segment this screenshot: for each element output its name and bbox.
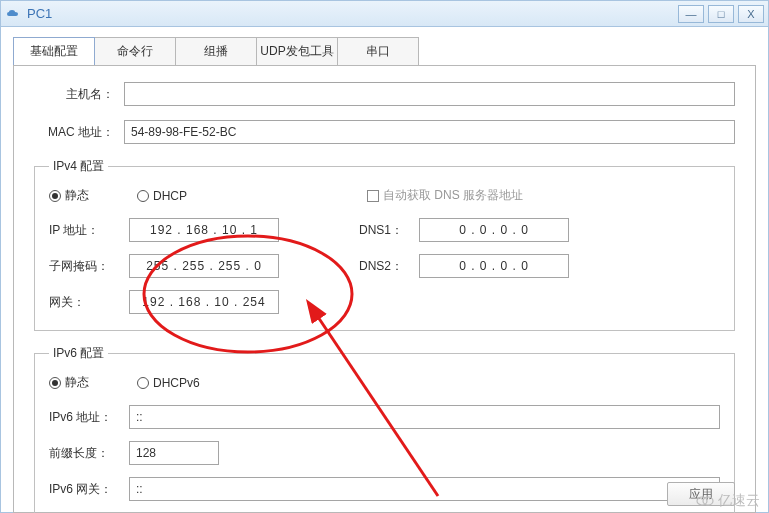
- ipv4-static-radio[interactable]: 静态: [49, 187, 89, 204]
- tab-serial[interactable]: 串口: [337, 37, 419, 65]
- mac-input[interactable]: 54-89-98-FE-52-BC: [124, 120, 735, 144]
- hostname-input[interactable]: [124, 82, 735, 106]
- mask-input[interactable]: 255 . 255 . 255 . 0: [129, 254, 279, 278]
- ipv4-autodns-label: 自动获取 DNS 服务器地址: [383, 187, 523, 204]
- app-icon: [5, 6, 21, 22]
- ipv6-static-label: 静态: [65, 374, 89, 391]
- ipv6-dhcp-label: DHCPv6: [153, 376, 200, 390]
- apply-button[interactable]: 应用: [667, 482, 735, 506]
- ip-label: IP 地址：: [49, 222, 129, 239]
- ipv6-static-radio[interactable]: 静态: [49, 374, 89, 391]
- ipv6-prefix-label: 前缀长度：: [49, 445, 129, 462]
- hostname-label: 主机名：: [34, 86, 124, 103]
- dns2-label: DNS2：: [359, 258, 419, 275]
- content-panel: 主机名： MAC 地址： 54-89-98-FE-52-BC IPv4 配置 静…: [13, 65, 756, 513]
- ipv4-fieldset: IPv4 配置 静态 DHCP 自动获取 DNS 服务器地址 IP 地址：: [34, 158, 735, 331]
- ipv4-dhcp-radio[interactable]: DHCP: [137, 189, 187, 203]
- ipv6-gw-input[interactable]: ::: [129, 477, 720, 501]
- radio-icon: [49, 190, 61, 202]
- ipv6-addr-input[interactable]: ::: [129, 405, 720, 429]
- gateway-input[interactable]: 192 . 168 . 10 . 254: [129, 290, 279, 314]
- checkbox-icon: [367, 190, 379, 202]
- tab-multicast[interactable]: 组播: [175, 37, 257, 65]
- dns1-input[interactable]: 0 . 0 . 0 . 0: [419, 218, 569, 242]
- gateway-label: 网关：: [49, 294, 129, 311]
- ipv6-addr-label: IPv6 地址：: [49, 409, 129, 426]
- ipv4-autodns-checkbox[interactable]: 自动获取 DNS 服务器地址: [367, 187, 523, 204]
- close-button[interactable]: X: [738, 5, 764, 23]
- dns1-label: DNS1：: [359, 222, 419, 239]
- tab-udp[interactable]: UDP发包工具: [256, 37, 338, 65]
- ipv6-legend: IPv6 配置: [49, 345, 108, 362]
- ipv6-gw-label: IPv6 网关：: [49, 481, 129, 498]
- mac-label: MAC 地址：: [34, 124, 124, 141]
- ip-input[interactable]: 192 . 168 . 10 . 1: [129, 218, 279, 242]
- maximize-button[interactable]: □: [708, 5, 734, 23]
- tab-cmd[interactable]: 命令行: [94, 37, 176, 65]
- tabstrip: 基础配置 命令行 组播 UDP发包工具 串口: [1, 27, 768, 65]
- ipv6-prefix-input[interactable]: 128: [129, 441, 219, 465]
- tab-basic[interactable]: 基础配置: [13, 37, 95, 65]
- ipv6-fieldset: IPv6 配置 静态 DHCPv6 IPv6 地址： :: 前缀长度： 128: [34, 345, 735, 513]
- window-title: PC1: [27, 6, 52, 21]
- radio-icon: [137, 190, 149, 202]
- minimize-button[interactable]: —: [678, 5, 704, 23]
- radio-icon: [137, 377, 149, 389]
- radio-icon: [49, 377, 61, 389]
- mask-label: 子网掩码：: [49, 258, 129, 275]
- ipv4-static-label: 静态: [65, 187, 89, 204]
- titlebar: PC1 — □ X: [1, 1, 768, 27]
- dns2-input[interactable]: 0 . 0 . 0 . 0: [419, 254, 569, 278]
- ipv4-legend: IPv4 配置: [49, 158, 108, 175]
- ipv6-dhcp-radio[interactable]: DHCPv6: [137, 376, 200, 390]
- ipv4-dhcp-label: DHCP: [153, 189, 187, 203]
